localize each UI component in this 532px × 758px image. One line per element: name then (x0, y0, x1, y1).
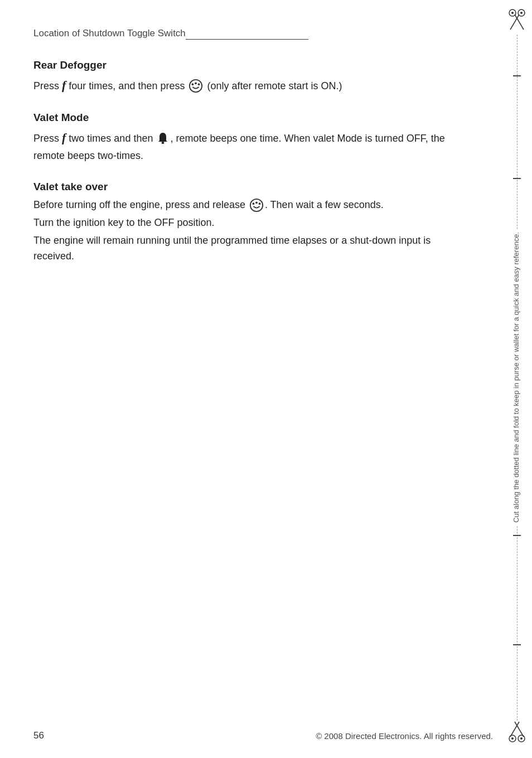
svg-line-21 (515, 722, 524, 737)
valet-takeover-line-3: The engine will remain running until the… (33, 233, 465, 264)
svg-point-1 (192, 84, 194, 86)
scissors-bottom-icon (508, 721, 526, 747)
cut-line-area: Cut along the dotted line and fold to ke… (501, 0, 532, 758)
svg-line-22 (510, 722, 519, 737)
section-valet-takeover: Valet take over Before turning off the e… (33, 181, 465, 264)
section-body-valet-mode: Press f two times and then , remote beep… (33, 128, 465, 164)
section-body-rear-defogger: Press f four times, and then press (only… (33, 76, 465, 95)
svg-point-24 (511, 737, 514, 740)
section-valet-mode: Valet Mode Press f two times and then , … (33, 112, 465, 164)
svg-point-26 (520, 737, 523, 740)
scissors-top-icon (508, 8, 526, 35)
svg-line-13 (515, 15, 524, 30)
svg-point-7 (255, 201, 258, 204)
svg-point-10 (511, 12, 514, 14)
section-body-valet-takeover: Before turning off the engine, press and… (33, 197, 465, 264)
remote-icon-2 (248, 198, 265, 213)
page-number: 56 (33, 730, 44, 741)
location-underline (186, 28, 308, 40)
svg-point-6 (253, 202, 255, 205)
svg-point-0 (190, 80, 202, 92)
section-title-valet-mode: Valet Mode (33, 112, 465, 124)
cut-line-container: Cut along the dotted line and fold to ke… (510, 35, 523, 721)
f-key-icon: f (62, 78, 66, 92)
svg-line-14 (510, 15, 519, 30)
valet-takeover-line-1: Before turning off the engine, press and… (33, 197, 465, 213)
remote-icon-1 (187, 79, 204, 93)
copyright: © 2008 Directed Electronics. All rights … (316, 731, 493, 741)
cut-line-text: Cut along the dotted line and fold to ke… (510, 229, 523, 525)
location-line: Location of Shutdown Toggle Switch (33, 28, 465, 40)
bell-icon (156, 128, 170, 147)
svg-point-3 (198, 84, 200, 86)
valet-takeover-line-2: Turn the ignition key to the OFF positio… (33, 215, 465, 231)
section-rear-defogger: Rear Defogger Press f four times, and th… (33, 59, 465, 95)
section-title-rear-defogger: Rear Defogger (33, 59, 465, 71)
f-key-icon-2: f (62, 131, 66, 144)
svg-point-8 (259, 202, 261, 205)
main-content: Location of Shutdown Toggle Switch Rear … (33, 28, 465, 264)
svg-point-4 (162, 142, 165, 144)
page-container: Location of Shutdown Toggle Switch Rear … (0, 0, 532, 758)
location-text: Location of Shutdown Toggle Switch (33, 28, 186, 38)
section-title-valet-takeover: Valet take over (33, 181, 465, 193)
svg-point-12 (520, 12, 523, 14)
svg-point-5 (250, 199, 263, 211)
footer: 56 © 2008 Directed Electronics. All righ… (33, 730, 493, 741)
svg-point-2 (195, 83, 197, 85)
